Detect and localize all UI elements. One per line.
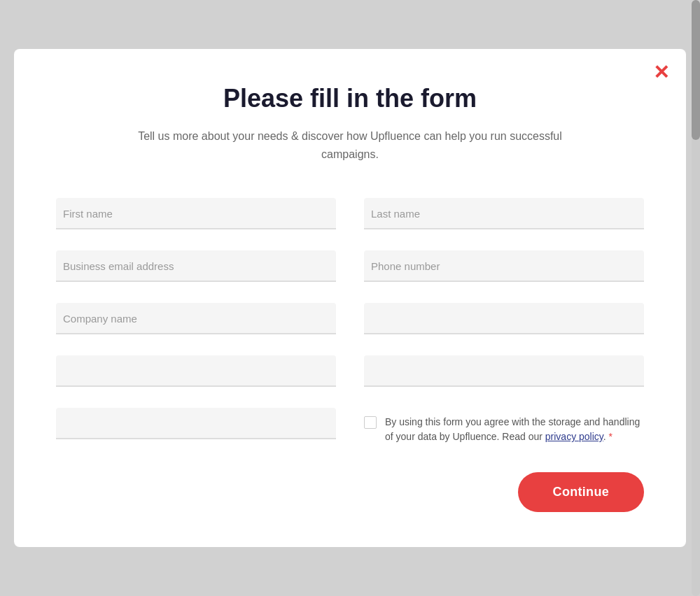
last-name-field: [364, 198, 644, 229]
modal-title: Please fill in the form: [56, 84, 644, 113]
scrollbar[interactable]: [692, 0, 700, 596]
interested-in-field: Interested in: [364, 355, 644, 387]
consent-text-after: .: [603, 431, 606, 442]
email-field: [56, 250, 336, 282]
continue-button[interactable]: Continue: [518, 472, 644, 512]
phone-input[interactable]: [364, 250, 644, 282]
last-name-input[interactable]: [364, 198, 644, 229]
consent-label: By using this form you agree with the st…: [385, 415, 644, 444]
industry-field: Industry: [56, 355, 336, 387]
continue-btn-row: Continue: [56, 472, 644, 512]
country-field: Country: [56, 408, 336, 444]
email-input[interactable]: [56, 250, 336, 282]
first-name-field: [56, 198, 336, 229]
modal-overlay: ✕ Please fill in the form Tell us more a…: [0, 0, 700, 596]
country-input[interactable]: Country: [56, 408, 336, 439]
required-star: *: [609, 431, 612, 442]
form-grid: Company type Industry Interested in Coun…: [56, 198, 644, 465]
industry-input[interactable]: Industry: [56, 355, 336, 387]
modal-subtitle: Tell us more about your needs & discover…: [122, 127, 578, 163]
consent-area: By using this form you agree with the st…: [364, 408, 644, 465]
company-name-field: [56, 303, 336, 334]
consent-row: By using this form you agree with the st…: [364, 415, 644, 444]
company-name-input[interactable]: [56, 303, 336, 334]
company-type-field: Company type: [364, 303, 644, 334]
company-type-input[interactable]: Company type: [364, 303, 644, 334]
first-name-input[interactable]: [56, 198, 336, 229]
phone-field: [364, 250, 644, 282]
close-button[interactable]: ✕: [648, 60, 675, 85]
interested-in-input[interactable]: Interested in: [364, 355, 644, 387]
consent-checkbox[interactable]: [364, 416, 377, 429]
privacy-policy-link[interactable]: privacy policy: [545, 431, 603, 442]
scrollbar-thumb[interactable]: [692, 0, 700, 140]
modal-container: ✕ Please fill in the form Tell us more a…: [14, 49, 686, 547]
